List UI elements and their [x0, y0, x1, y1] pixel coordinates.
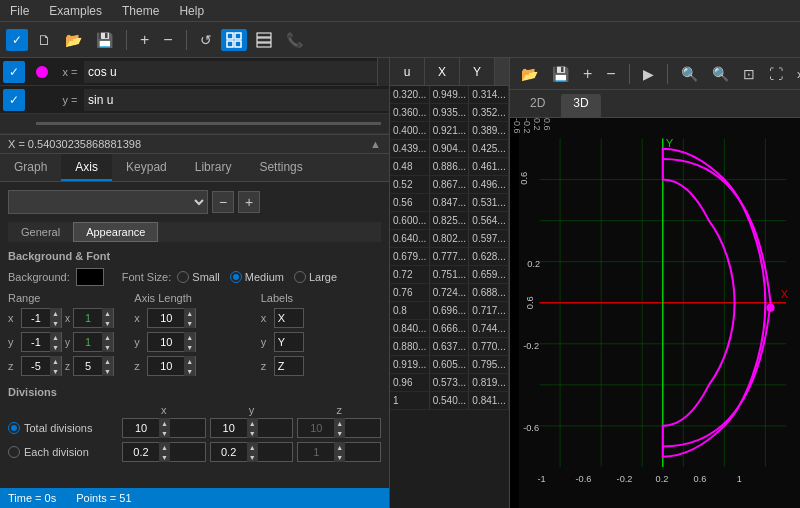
grid-button[interactable] — [221, 29, 247, 51]
radio-small[interactable]: Small — [177, 271, 220, 283]
each-div-y-down[interactable]: ▼ — [247, 452, 258, 462]
total-div-x-up[interactable]: ▲ — [159, 418, 170, 428]
range-z-from-input[interactable] — [22, 360, 50, 372]
lbl-y-input[interactable] — [274, 332, 304, 352]
axlen-z-down[interactable]: ▼ — [184, 366, 195, 376]
total-div-label[interactable]: Total divisions — [8, 422, 118, 434]
range-z-to-input[interactable] — [74, 360, 102, 372]
total-div-x-input[interactable] — [123, 422, 159, 434]
range-x-to-input[interactable] — [74, 312, 102, 324]
range-z-to-up[interactable]: ▲ — [102, 356, 113, 366]
lbl-x-input[interactable] — [274, 308, 304, 328]
radio-large[interactable]: Large — [294, 271, 337, 283]
total-div-z-input[interactable] — [298, 422, 334, 434]
sub-tab-appearance[interactable]: Appearance — [73, 222, 158, 242]
graph-add[interactable]: + — [578, 62, 597, 86]
fullscreen[interactable]: ⛶ — [764, 63, 788, 85]
graph-remove[interactable]: − — [601, 62, 620, 86]
tab-graph[interactable]: Graph — [0, 154, 61, 181]
phone-button[interactable]: 📞 — [281, 29, 308, 51]
range-y-from-up[interactable]: ▲ — [50, 332, 61, 342]
range-z-from-down[interactable]: ▼ — [50, 366, 61, 376]
input-x[interactable] — [84, 61, 377, 83]
range-y-from-down[interactable]: ▼ — [50, 342, 61, 352]
axlen-x-input[interactable] — [148, 312, 184, 324]
tab-settings[interactable]: Settings — [245, 154, 316, 181]
range-y-to-up[interactable]: ▲ — [102, 332, 113, 342]
menu-examples[interactable]: Examples — [45, 2, 106, 20]
range-y-to-input[interactable] — [74, 336, 102, 348]
each-div-x-up[interactable]: ▲ — [159, 442, 170, 452]
each-div-label[interactable]: Each division — [8, 446, 118, 458]
axlen-y-down[interactable]: ▼ — [184, 342, 195, 352]
remove-button[interactable]: − — [158, 28, 177, 52]
range-x-to-up[interactable]: ▲ — [102, 308, 113, 318]
axlen-y-input[interactable] — [148, 336, 184, 348]
axlen-x-up[interactable]: ▲ — [184, 308, 195, 318]
open-button[interactable]: 📂 — [60, 29, 87, 51]
input-y[interactable] — [84, 89, 389, 111]
range-x-to-down[interactable]: ▼ — [102, 318, 113, 328]
tab-axis[interactable]: Axis — [61, 154, 112, 181]
table-button[interactable] — [251, 29, 277, 51]
range-z-from-up[interactable]: ▲ — [50, 356, 61, 366]
checkbox-y[interactable]: ✓ — [0, 89, 28, 111]
collapse-arrow[interactable]: ▲ — [370, 138, 381, 150]
range-x-from-up[interactable]: ▲ — [50, 308, 61, 318]
axis-select[interactable] — [8, 190, 208, 214]
range-z-to-down[interactable]: ▼ — [102, 366, 113, 376]
range-x-from-input[interactable] — [22, 312, 50, 324]
save-button[interactable]: 💾 — [91, 29, 118, 51]
each-div-x-input[interactable] — [123, 446, 159, 458]
check-y[interactable]: ✓ — [3, 89, 25, 111]
add-button[interactable]: + — [135, 28, 154, 52]
tab-keypad[interactable]: Keypad — [112, 154, 181, 181]
plus-btn[interactable]: + — [238, 191, 260, 213]
check-button[interactable]: ✓ — [6, 29, 28, 51]
axlen-z-input[interactable] — [148, 360, 184, 372]
scrollbar-x[interactable] — [377, 58, 389, 86]
each-div-z-input[interactable] — [298, 446, 334, 458]
graph-save[interactable]: 💾 — [547, 63, 574, 85]
lbl-z-input[interactable] — [274, 356, 304, 376]
graph-tab-3d[interactable]: 3D — [561, 94, 600, 117]
total-div-x-down[interactable]: ▼ — [159, 428, 170, 438]
radio-medium[interactable]: Medium — [230, 271, 284, 283]
graph-open[interactable]: 📂 — [516, 63, 543, 85]
menu-help[interactable]: Help — [175, 2, 208, 20]
zoom-in[interactable]: 🔍 — [676, 63, 703, 85]
total-div-y-input[interactable] — [211, 422, 247, 434]
graph-play[interactable]: ▶ — [638, 63, 659, 85]
zoom-reset[interactable]: ⊡ — [738, 63, 760, 85]
range-y-from-input[interactable] — [22, 336, 50, 348]
new-button[interactable]: 🗋 — [32, 29, 56, 51]
minus-btn[interactable]: − — [212, 191, 234, 213]
tab-bar: Graph Axis Keypad Library Settings — [0, 154, 389, 182]
more-options[interactable]: » — [792, 63, 800, 85]
each-div-x-down[interactable]: ▼ — [159, 452, 170, 462]
each-div-z-down[interactable]: ▼ — [334, 452, 345, 462]
checkbox-x[interactable]: ✓ — [0, 61, 28, 83]
axlen-z-up[interactable]: ▲ — [184, 356, 195, 366]
range-y-to-down[interactable]: ▼ — [102, 342, 113, 352]
check-x[interactable]: ✓ — [3, 61, 25, 83]
total-div-z-up[interactable]: ▲ — [334, 418, 345, 428]
total-div-z-down[interactable]: ▼ — [334, 428, 345, 438]
total-div-y-up[interactable]: ▲ — [247, 418, 258, 428]
zoom-out[interactable]: 🔍 — [707, 63, 734, 85]
menu-file[interactable]: File — [6, 2, 33, 20]
bg-color-swatch[interactable] — [76, 268, 104, 286]
total-div-y-down[interactable]: ▼ — [247, 428, 258, 438]
axlen-y-up[interactable]: ▲ — [184, 332, 195, 342]
table-row: 10.540...0.841... — [390, 392, 509, 410]
each-div-y-up[interactable]: ▲ — [247, 442, 258, 452]
each-div-z-up[interactable]: ▲ — [334, 442, 345, 452]
sub-tab-general[interactable]: General — [8, 222, 73, 242]
graph-tab-2d[interactable]: 2D — [518, 94, 557, 117]
menu-theme[interactable]: Theme — [118, 2, 163, 20]
refresh-button[interactable]: ↺ — [195, 29, 217, 51]
range-x-from-down[interactable]: ▼ — [50, 318, 61, 328]
tab-library[interactable]: Library — [181, 154, 246, 181]
each-div-y-input[interactable] — [211, 446, 247, 458]
axlen-x-down[interactable]: ▼ — [184, 318, 195, 328]
